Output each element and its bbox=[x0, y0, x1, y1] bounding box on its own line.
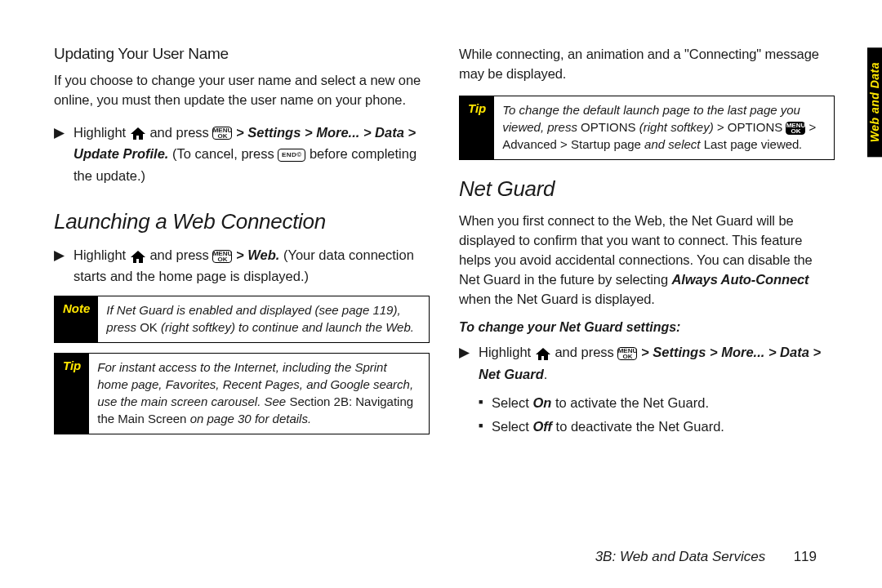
callout-label-note: Note bbox=[55, 296, 98, 342]
step-text: Highlight and press MENUOK > Settings > … bbox=[74, 122, 430, 186]
step-update-profile: ▶ Highlight and press MENUOK > Settings … bbox=[54, 122, 430, 186]
footer-page-number: 119 bbox=[794, 549, 817, 564]
side-tab-web-and-data: Web and Data bbox=[867, 47, 882, 157]
square-bullet-icon: ■ bbox=[479, 393, 492, 414]
callout-text: If Net Guard is enabled and displayed (s… bbox=[98, 296, 429, 342]
page-footer: 3B: Web and Data Services 119 bbox=[0, 549, 882, 565]
paragraph-username-intro: If you choose to change your user name a… bbox=[54, 71, 430, 110]
step-marker: ▶ bbox=[54, 122, 74, 186]
callout-label-tip: Tip bbox=[460, 96, 494, 159]
step-netguard-settings: ▶ Highlight and press MENUOK > Settings … bbox=[459, 341, 835, 385]
paragraph-connecting-msg: While connecting, an animation and a "Co… bbox=[459, 45, 835, 84]
manual-page: Updating Your User Name If you choose to… bbox=[0, 0, 882, 444]
callout-label-tip: Tip bbox=[55, 354, 89, 434]
heading-launching-web: Launching a Web Connection bbox=[54, 209, 430, 234]
home-icon bbox=[131, 251, 145, 262]
sub-instruction: To change your Net Guard settings: bbox=[459, 320, 835, 335]
step-text: Highlight and press MENUOK > Web. (Your … bbox=[74, 244, 430, 287]
step-marker: ▶ bbox=[54, 244, 74, 287]
step-marker: ▶ bbox=[459, 341, 479, 385]
footer-section-title: 3B: Web and Data Services bbox=[595, 549, 766, 564]
callout-text: For instant access to the Internet, incl… bbox=[89, 354, 429, 434]
bullet-off: ■ Select Off to deactivate the Net Guard… bbox=[479, 416, 835, 438]
end-key-icon: END© bbox=[278, 149, 305, 162]
tip-callout: Tip For instant access to the Internet, … bbox=[54, 353, 430, 434]
heading-net-guard: Net Guard bbox=[459, 176, 835, 202]
right-column: While connecting, an animation and a "Co… bbox=[459, 45, 835, 444]
menu-ok-key-icon: MENUOK bbox=[212, 250, 232, 263]
menu-ok-key-icon-inverted: MENUOK bbox=[786, 122, 805, 135]
menu-ok-key-icon: MENUOK bbox=[212, 127, 232, 140]
paragraph-netguard-intro: When you first connect to the Web, the N… bbox=[459, 212, 835, 310]
home-icon bbox=[131, 127, 145, 139]
note-callout: Note If Net Guard is enabled and display… bbox=[54, 296, 430, 343]
step-launch-web: ▶ Highlight and press MENUOK > Web. (You… bbox=[54, 244, 430, 287]
tip-callout-startup: Tip To change the default launch page to… bbox=[459, 96, 835, 160]
square-bullet-icon: ■ bbox=[479, 416, 492, 438]
bullet-on: ■ Select On to activate the Net Guard. bbox=[479, 393, 835, 414]
menu-ok-key-icon: MENUOK bbox=[617, 347, 637, 360]
heading-updating-username: Updating Your User Name bbox=[54, 45, 430, 63]
step-text: Highlight and press MENUOK > Settings > … bbox=[479, 341, 835, 385]
callout-text: To change the default launch page to the… bbox=[494, 96, 834, 159]
home-icon bbox=[536, 348, 550, 359]
left-column: Updating Your User Name If you choose to… bbox=[54, 45, 430, 444]
